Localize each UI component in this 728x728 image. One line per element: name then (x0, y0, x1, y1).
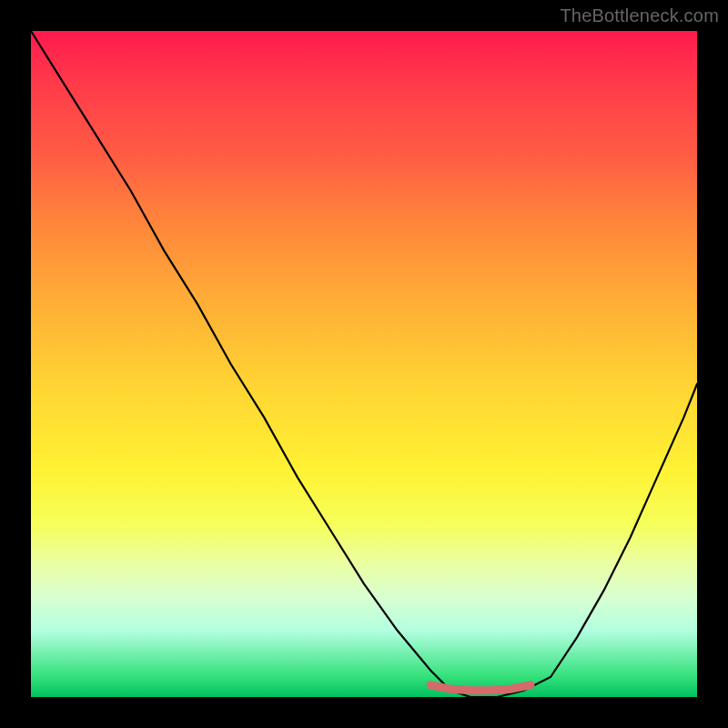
bottleneck-curve (31, 31, 697, 697)
chart-frame: TheBottleneck.com (0, 0, 728, 728)
watermark-text: TheBottleneck.com (560, 5, 719, 26)
chart-plot-area (31, 31, 697, 697)
chart-svg (31, 31, 697, 697)
valley-marker (430, 685, 531, 691)
